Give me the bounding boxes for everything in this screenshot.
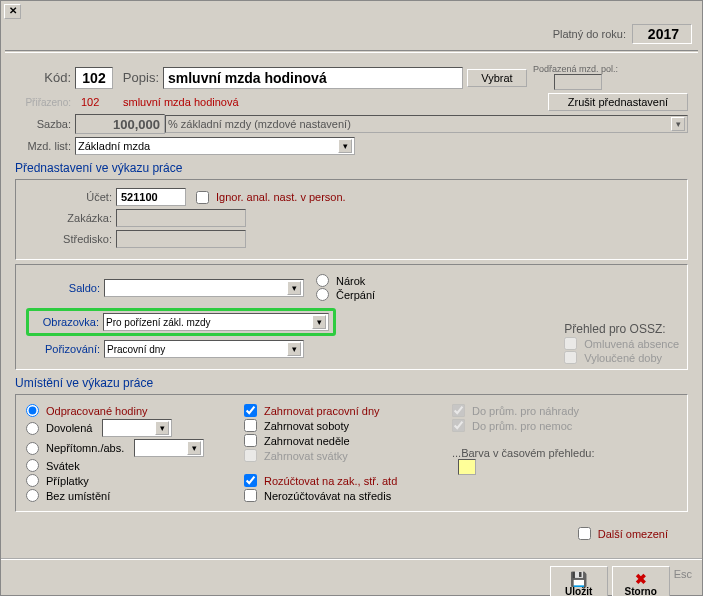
chevron-down-icon: ▾	[287, 281, 301, 295]
barva-label: ...Barva v časovém přehledu:	[452, 447, 617, 475]
obrazovka-label: Obrazovka:	[33, 316, 103, 328]
kod-label: Kód:	[15, 70, 75, 85]
close-button[interactable]: ✕	[4, 4, 21, 19]
prednastaveni-fieldset: Účet: 521100 Ignor. anal. nast. v person…	[15, 179, 688, 260]
popis-input[interactable]: smluvní mzda hodinová	[163, 67, 463, 89]
ossz-title: Přehled pro OSSZ:	[564, 322, 679, 336]
omluvena-checkbox: Omluvená absence	[564, 337, 679, 350]
narok-radio[interactable]: Nárok	[316, 274, 375, 287]
porizovani-label: Pořizování:	[26, 343, 104, 355]
color-swatch[interactable]	[458, 459, 476, 475]
bezumisteni-radio[interactable]: Bez umístění	[26, 489, 226, 502]
nepritomn-radio[interactable]: Nepřítomn./abs. ▾	[26, 439, 226, 457]
porizovani-select[interactable]: Pracovní dny ▾	[104, 340, 304, 358]
cerpani-radio[interactable]: Čerpání	[316, 288, 375, 301]
umisteni-title: Umístění ve výkazu práce	[15, 376, 688, 390]
zahrn-svat-checkbox: Zahrnovat svátky	[244, 449, 434, 462]
rozuctovat-checkbox[interactable]: Rozúčtovat na zak., stř. atd	[244, 474, 434, 487]
nerozuctovat-checkbox[interactable]: Nerozúčtovávat na středis	[244, 489, 434, 502]
zahrn-prac-checkbox[interactable]: Zahrnovat pracovní dny	[244, 404, 434, 417]
mzdlist-label: Mzd. list:	[15, 140, 75, 152]
chevron-down-icon: ▾	[287, 342, 301, 356]
divider	[5, 50, 698, 53]
vybrat-button[interactable]: Vybrat	[467, 69, 527, 87]
ucet-input[interactable]: 521100	[116, 188, 186, 206]
dialog-window: ✕ Platný do roku: 2017 Kód: 102 Popis: s…	[0, 0, 703, 596]
prirazeno-label: Přiřazeno:	[15, 97, 75, 108]
obrazovka-value: Pro pořízení zákl. mzdy	[106, 317, 210, 328]
priplatky-radio[interactable]: Příplatky	[26, 474, 226, 487]
podrazena-field[interactable]	[554, 74, 602, 90]
umisteni-fieldset: Odpracované hodiny Dovolená ▾ Nepřítomn.…	[15, 394, 688, 512]
porizovani-value: Pracovní dny	[107, 344, 165, 355]
zahrn-ned-checkbox[interactable]: Zahrnovat neděle	[244, 434, 434, 447]
save-icon: 💾	[570, 572, 587, 586]
zakazka-input[interactable]	[116, 209, 246, 227]
dovolena-select[interactable]: ▾	[102, 419, 172, 437]
odprac-radio[interactable]: Odpracované hodiny	[26, 404, 226, 417]
podrazena-label: Podřazená mzd. pol.:	[533, 65, 618, 74]
chevron-down-icon: ▾	[338, 139, 352, 153]
ignor-label: Ignor. anal. nast. v person.	[216, 191, 346, 203]
nepritomn-select[interactable]: ▾	[134, 439, 204, 457]
save-button[interactable]: 💾 Uložit	[550, 566, 608, 596]
dalsi-omezeni-checkbox[interactable]: Další omezení	[578, 527, 668, 540]
popis-label: Popis:	[113, 70, 163, 85]
mzdlist-value: Základní mzda	[78, 140, 150, 152]
sazba-unit-text: % základní mzdy (mzdové nastavení)	[168, 118, 351, 130]
prirazeno-text: smluvní mzda hodinová	[113, 96, 548, 108]
zakazka-label: Zakázka:	[26, 212, 116, 224]
stredisko-label: Středisko:	[26, 233, 116, 245]
prum-nahrady-checkbox: Do prům. pro náhrady	[452, 404, 617, 417]
stredisko-input[interactable]	[116, 230, 246, 248]
saldo-select[interactable]: ▾	[104, 279, 304, 297]
year-display: 2017	[632, 24, 692, 44]
ignor-checkbox[interactable]: Ignor. anal. nast. v person.	[196, 191, 346, 204]
prednastaveni-title: Přednastavení ve výkazu práce	[15, 161, 688, 175]
ucet-label: Účet:	[26, 191, 116, 203]
obrazovka-select[interactable]: Pro pořízení zákl. mzdy ▾	[103, 313, 329, 331]
sazba-label: Sazba:	[15, 118, 75, 130]
zrusit-button[interactable]: Zrušit přednastavení	[548, 93, 688, 111]
chevron-down-icon: ▾	[312, 315, 326, 329]
close-icon: ✖	[635, 572, 647, 586]
dovolena-radio[interactable]: Dovolená ▾	[26, 419, 226, 437]
sazba-unit-select[interactable]: % základní mzdy (mzdové nastavení) ▾	[165, 115, 688, 133]
prum-nemoc-checkbox: Do prům. pro nemoc	[452, 419, 617, 432]
cancel-button[interactable]: ✖ Storno	[612, 566, 670, 596]
mzdlist-select[interactable]: Základní mzda ▾	[75, 137, 355, 155]
zahrn-sob-checkbox[interactable]: Zahrnovat soboty	[244, 419, 434, 432]
vyloucene-checkbox: Vyloučené doby	[564, 351, 679, 364]
saldo-label: Saldo:	[26, 282, 104, 294]
kod-input[interactable]: 102	[75, 67, 113, 89]
esc-hint: Esc	[674, 568, 692, 580]
chevron-down-icon: ▾	[671, 117, 685, 131]
valid-to-label: Platný do roku:	[553, 28, 626, 40]
chevron-down-icon: ▾	[187, 441, 201, 455]
sazba-value[interactable]: 100,000	[75, 114, 165, 134]
obrazovka-highlight: Obrazovka: Pro pořízení zákl. mzdy ▾	[26, 308, 336, 336]
bottom-bar: 💾 Uložit ✖ Storno Esc	[1, 558, 702, 596]
prirazeno-kod: 102	[75, 96, 113, 108]
ignor-checkbox-input[interactable]	[196, 191, 209, 204]
svatek-radio[interactable]: Svátek	[26, 459, 226, 472]
chevron-down-icon: ▾	[155, 421, 169, 435]
